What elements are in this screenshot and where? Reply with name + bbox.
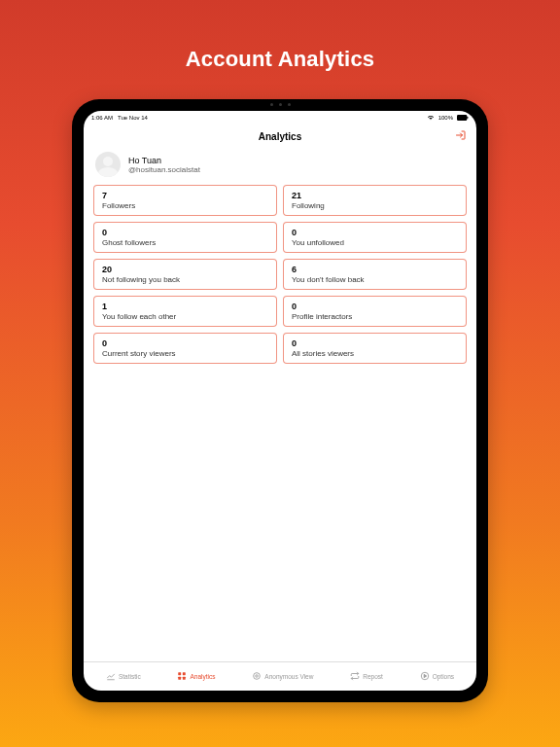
card-label: Ghost followers [102,238,268,247]
card-ghost-followers[interactable]: 0 Ghost followers [93,222,277,253]
card-label: You follow each other [102,312,268,321]
svg-point-6 [254,673,261,680]
grid-icon [177,671,187,682]
card-value: 0 [292,338,458,348]
options-icon [420,671,430,682]
tab-analytics[interactable]: Analytics [177,671,215,682]
profile-header: Ho Tuan @hosituan.socialstat [84,148,476,185]
tab-repost[interactable]: Repost [350,671,383,682]
svg-rect-4 [179,677,182,680]
battery-icon [457,115,469,121]
card-label: Current story viewers [102,349,268,358]
card-current-story-viewers[interactable]: 0 Current story viewers [93,333,277,364]
screen: 1:06 AM Tue Nov 14 100% Analytics [84,111,476,691]
tab-label: Analytics [190,673,215,680]
tab-label: Statistic [119,673,141,680]
card-all-stories-viewers[interactable]: 0 All stories viewers [283,333,467,364]
card-value: 1 [102,302,268,311]
card-label: Following [292,201,458,210]
nav-bar: Analytics [84,124,476,148]
tab-options[interactable]: Options [420,671,454,682]
svg-rect-5 [183,677,186,680]
svg-rect-2 [179,672,182,675]
card-dont-follow-back[interactable]: 6 You don't follow back [283,259,467,290]
card-value: 0 [292,302,458,311]
card-profile-interactors[interactable]: 0 Profile interactors [283,296,467,327]
profile-name: Ho Tuan [128,156,200,165]
status-date: Tue Nov 14 [118,115,148,121]
tab-label: Options [433,673,454,680]
tab-bar: Statistic Analytics Anonymous View Repos… [84,661,476,691]
card-followers[interactable]: 7 Followers [93,185,277,216]
status-battery: 100% [438,115,453,121]
eye-icon [252,671,262,682]
card-follow-each-other[interactable]: 1 You follow each other [93,296,277,327]
svg-rect-3 [183,672,186,675]
card-value: 7 [102,191,268,200]
card-value: 6 [292,265,458,274]
hero-title: Account Analytics [186,47,375,72]
chart-icon [106,671,116,682]
tab-anonymous-view[interactable]: Anonymous View [252,671,313,682]
card-you-unfollowed[interactable]: 0 You unfollowed [283,222,467,253]
card-label: All stories viewers [292,349,458,358]
card-value: 0 [292,228,458,237]
wifi-icon [427,115,435,121]
card-label: Profile interactors [292,312,458,321]
device-frame: 1:06 AM Tue Nov 14 100% Analytics [72,99,488,702]
svg-rect-0 [457,115,467,121]
card-value: 21 [292,191,458,200]
card-not-following-back[interactable]: 20 Not following you back [93,259,277,290]
tab-label: Anonymous View [264,673,313,680]
repost-icon [350,671,360,682]
card-following[interactable]: 21 Following [283,185,467,216]
profile-handle: @hosituan.socialstat [128,165,200,174]
tab-statistic[interactable]: Statistic [106,671,141,682]
card-label: Followers [102,201,268,210]
card-label: You don't follow back [292,275,458,284]
avatar [95,152,121,177]
page-title: Analytics [259,131,301,142]
logout-icon[interactable] [455,127,467,145]
card-value: 20 [102,265,268,274]
tab-label: Repost [363,673,383,680]
card-value: 0 [102,228,268,237]
svg-point-7 [256,675,259,678]
card-label: You unfollowed [292,238,458,247]
status-bar: 1:06 AM Tue Nov 14 100% [84,111,476,124]
card-label: Not following you back [102,275,268,284]
stats-grid: 7 Followers 21 Following 0 Ghost followe… [84,185,476,364]
card-value: 0 [102,338,268,348]
status-time: 1:06 AM [91,115,113,121]
svg-rect-1 [467,117,468,120]
